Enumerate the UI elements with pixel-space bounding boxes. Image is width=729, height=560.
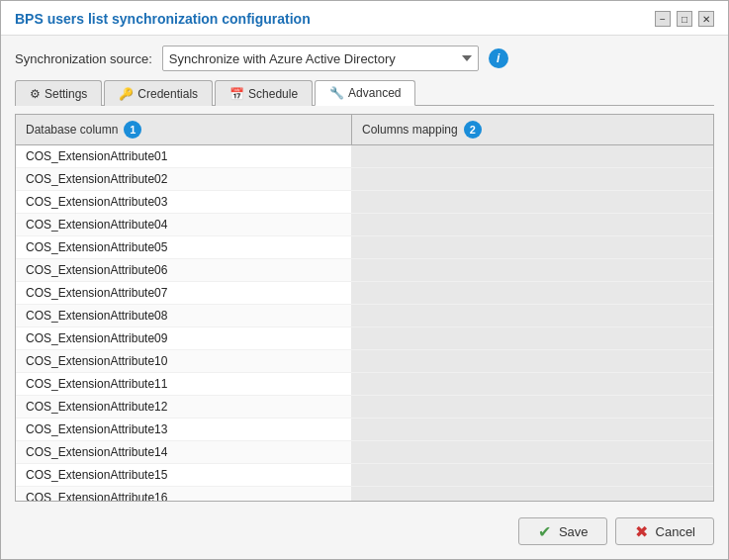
cell-db-col: COS_ExtensionAttribute08 [16, 305, 352, 327]
table-row[interactable]: COS_ExtensionAttribute16 [16, 487, 713, 501]
cell-mapping [352, 419, 713, 440]
data-table: Database column 1 Columns mapping 2 COS_… [15, 114, 714, 502]
cell-db-col: COS_ExtensionAttribute14 [16, 441, 352, 463]
tab-settings-label: Settings [45, 87, 87, 101]
col-header-mapping: Columns mapping 2 [352, 115, 713, 144]
table-row[interactable]: COS_ExtensionAttribute01 [16, 145, 713, 168]
col1-badge: 1 [124, 121, 141, 139]
cell-mapping [352, 282, 713, 304]
tabs: ⚙ Settings 🔑 Credentials 📅 Schedule 🔧 Ad… [15, 79, 714, 106]
table-row[interactable]: COS_ExtensionAttribute07 [16, 282, 713, 305]
cell-db-col: COS_ExtensionAttribute04 [16, 214, 352, 235]
table-row[interactable]: COS_ExtensionAttribute04 [16, 214, 713, 236]
save-check-icon: ✔ [537, 523, 553, 539]
sync-source-label: Synchronization source: [15, 51, 152, 66]
cell-db-col: COS_ExtensionAttribute07 [16, 282, 352, 304]
main-window: BPS users list synchronization configura… [0, 0, 729, 560]
cell-db-col: COS_ExtensionAttribute11 [16, 373, 352, 395]
cell-mapping [352, 305, 713, 327]
sync-source-row: Synchronization source: Synchronize with… [15, 46, 714, 71]
table-row[interactable]: COS_ExtensionAttribute10 [16, 350, 713, 373]
cell-mapping [352, 464, 713, 486]
tab-credentials[interactable]: 🔑 Credentials [104, 80, 213, 106]
cell-mapping [352, 441, 713, 463]
table-row[interactable]: COS_ExtensionAttribute02 [16, 168, 713, 191]
close-button[interactable]: ✕ [698, 11, 714, 27]
col-header-database: Database column 1 [16, 115, 352, 144]
tab-advanced[interactable]: 🔧 Advanced [315, 80, 415, 106]
cell-mapping [352, 145, 713, 167]
cell-db-col: COS_ExtensionAttribute09 [16, 327, 352, 349]
cell-mapping [352, 259, 713, 281]
table-row[interactable]: COS_ExtensionAttribute12 [16, 396, 713, 419]
cell-mapping [352, 191, 713, 213]
cell-mapping [352, 236, 713, 258]
cell-mapping [352, 327, 713, 349]
table-row[interactable]: COS_ExtensionAttribute05 [16, 236, 713, 259]
table-body: COS_ExtensionAttribute01COS_ExtensionAtt… [16, 145, 713, 501]
advanced-tab-icon: 🔧 [329, 86, 344, 100]
cell-db-col: COS_ExtensionAttribute10 [16, 350, 352, 372]
cell-db-col: COS_ExtensionAttribute12 [16, 396, 352, 418]
cell-db-col: COS_ExtensionAttribute05 [16, 236, 352, 258]
cell-db-col: COS_ExtensionAttribute16 [16, 487, 352, 501]
cell-mapping [352, 214, 713, 235]
save-button[interactable]: ✔ Save [518, 517, 607, 545]
schedule-tab-icon: 📅 [229, 87, 244, 101]
window-controls: − □ ✕ [655, 11, 714, 27]
sync-source-select[interactable]: Synchronize with Azure Active Directory [162, 46, 479, 71]
info-icon[interactable]: i [489, 48, 508, 68]
cell-mapping [352, 373, 713, 395]
footer: ✔ Save ✖ Cancel [15, 510, 714, 549]
tab-schedule[interactable]: 📅 Schedule [215, 80, 313, 106]
col-header-mapping-label: Columns mapping [362, 123, 458, 137]
table-row[interactable]: COS_ExtensionAttribute06 [16, 259, 713, 282]
tab-credentials-label: Credentials [137, 87, 198, 101]
cell-mapping [352, 487, 713, 501]
window-body: Synchronization source: Synchronize with… [1, 36, 728, 559]
col-header-database-label: Database column [26, 123, 118, 137]
tab-schedule-label: Schedule [248, 87, 298, 101]
cancel-label: Cancel [656, 524, 695, 539]
cell-mapping [352, 350, 713, 372]
table-row[interactable]: COS_ExtensionAttribute15 [16, 464, 713, 487]
tabs-container: ⚙ Settings 🔑 Credentials 📅 Schedule 🔧 Ad… [15, 79, 714, 106]
cancel-button[interactable]: ✖ Cancel [615, 517, 714, 545]
tab-advanced-label: Advanced [348, 86, 401, 100]
cell-db-col: COS_ExtensionAttribute15 [16, 464, 352, 486]
table-rows: COS_ExtensionAttribute01COS_ExtensionAtt… [16, 145, 713, 501]
title-bar: BPS users list synchronization configura… [1, 1, 728, 36]
table-header: Database column 1 Columns mapping 2 [16, 115, 713, 145]
cell-mapping [352, 396, 713, 418]
cell-db-col: COS_ExtensionAttribute06 [16, 259, 352, 281]
cancel-x-icon: ✖ [634, 523, 650, 539]
cell-db-col: COS_ExtensionAttribute02 [16, 168, 352, 190]
table-row[interactable]: COS_ExtensionAttribute08 [16, 305, 713, 327]
cell-db-col: COS_ExtensionAttribute01 [16, 145, 352, 167]
table-row[interactable]: COS_ExtensionAttribute13 [16, 419, 713, 441]
cell-db-col: COS_ExtensionAttribute03 [16, 191, 352, 213]
credentials-tab-icon: 🔑 [119, 87, 134, 101]
table-row[interactable]: COS_ExtensionAttribute09 [16, 327, 713, 350]
minimize-button[interactable]: − [655, 11, 671, 27]
settings-tab-icon: ⚙ [30, 87, 41, 101]
window-title: BPS users list synchronization configura… [15, 11, 311, 27]
tab-settings[interactable]: ⚙ Settings [15, 80, 102, 106]
table-row[interactable]: COS_ExtensionAttribute03 [16, 191, 713, 214]
maximize-button[interactable]: □ [677, 11, 692, 27]
cell-mapping [352, 168, 713, 190]
cell-db-col: COS_ExtensionAttribute13 [16, 419, 352, 440]
save-label: Save [559, 524, 589, 539]
table-row[interactable]: COS_ExtensionAttribute11 [16, 373, 713, 396]
table-row[interactable]: COS_ExtensionAttribute14 [16, 441, 713, 464]
col2-badge: 2 [464, 121, 482, 139]
